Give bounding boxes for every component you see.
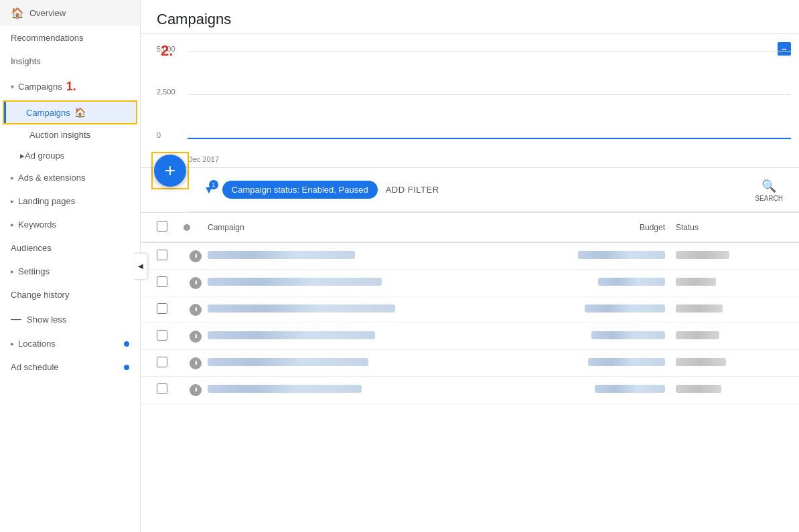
th-checkbox[interactable] — [157, 221, 184, 234]
sidebar-item-settings[interactable]: ▸ Settings — [0, 260, 140, 283]
table-container: Campaign Budget Status ⏸ ⏸ ⏸ — [141, 213, 799, 532]
row-budget-3[interactable] — [542, 304, 676, 315]
search-button[interactable]: 🔍 SEARCH — [755, 177, 783, 202]
sidebar-item-change-history-label: Change history — [11, 290, 69, 300]
sidebar-item-ad-schedule[interactable]: Ad schedule — [0, 355, 140, 379]
th-budget[interactable]: Budget — [542, 223, 676, 232]
sidebar-item-campaigns-sub-label: Campaigns — [26, 108, 70, 118]
budget-value-4 — [591, 331, 665, 339]
row-campaign-4[interactable] — [208, 331, 542, 341]
search-label: SEARCH — [755, 195, 783, 202]
sidebar-item-change-history[interactable]: Change history — [0, 283, 140, 306]
chevron-down-icon: ▾ — [11, 83, 14, 90]
sidebar-item-show-less[interactable]: — Show less — [0, 306, 140, 332]
table-row[interactable]: ⏸ — [141, 377, 799, 404]
grid-line-top — [188, 52, 791, 52]
sidebar-item-audiences[interactable]: Audiences — [0, 236, 140, 260]
sidebar-item-landing-pages[interactable]: ▸ Landing pages — [0, 189, 140, 213]
sidebar: 🏠 Overview Recommendations Insights ▾ Ca… — [0, 0, 141, 532]
row-checkbox-5[interactable] — [157, 357, 184, 369]
sidebar-item-campaigns-parent[interactable]: ▾ Campaigns 1. — [0, 73, 140, 100]
budget-value-2 — [598, 278, 665, 286]
row-campaign-1[interactable] — [208, 251, 542, 261]
sidebar-item-campaigns-sub[interactable]: Campaigns 🏠 — [4, 102, 136, 123]
add-filter-button[interactable]: ADD FILTER — [386, 185, 439, 195]
chevron-right-icon-settings: ▸ — [11, 268, 14, 275]
page-title: Campaigns — [157, 11, 783, 28]
filter-icon-container[interactable]: ▼ 1 — [204, 184, 214, 196]
row-checkbox-6[interactable] — [157, 383, 184, 396]
y-label-0: 0 — [157, 131, 161, 139]
row-checkbox-3[interactable] — [157, 303, 184, 316]
add-campaign-button[interactable]: + — [154, 155, 186, 187]
row-checkbox-1[interactable] — [157, 250, 184, 262]
sidebar-item-landing-pages-label: Landing pages — [18, 196, 75, 206]
sidebar-item-keywords-label: Keywords — [18, 219, 56, 230]
chevron-right-icon-kw: ▸ — [11, 221, 14, 228]
y-label-2500: 2,500 — [157, 88, 175, 96]
row-status-4 — [676, 331, 783, 341]
row-status-3 — [676, 304, 783, 315]
budget-value-3 — [585, 304, 665, 313]
row-checkbox-2[interactable] — [157, 276, 184, 289]
status-value-5 — [676, 358, 726, 366]
sidebar-item-auction-insights-label: Auction insights — [29, 130, 90, 140]
pause-icon-4: ⏸ — [190, 331, 202, 343]
row-campaign-5[interactable] — [208, 358, 542, 368]
sidebar-item-ad-groups[interactable]: ▸ Ad groups — [0, 145, 140, 166]
sidebar-item-insights-label: Insights — [11, 56, 41, 66]
home-icon: 🏠 — [11, 7, 24, 19]
sidebar-item-insights[interactable]: Insights — [0, 50, 140, 73]
row-budget-6[interactable] — [542, 385, 676, 395]
select-all-checkbox[interactable] — [157, 221, 167, 232]
sidebar-collapse-btn[interactable]: ◀ — [134, 253, 147, 280]
th-status[interactable]: Status — [676, 223, 783, 232]
campaign-name-4 — [208, 331, 375, 339]
locations-dot — [124, 341, 129, 347]
action-row: + ▼ 1 Campaign status: Enabled, Paused A… — [141, 168, 799, 213]
table-row[interactable]: ⏸ — [141, 296, 799, 323]
filter-chip[interactable]: Campaign status: Enabled, Paused — [222, 181, 378, 199]
row-status-2 — [676, 278, 783, 288]
table-row[interactable]: ⏸ — [141, 243, 799, 270]
row-status-icon-1: ⏸ — [184, 250, 208, 262]
grid-line-mid — [188, 94, 791, 95]
sidebar-item-ads-extensions[interactable]: ▸ Ads & extensions — [0, 166, 140, 189]
search-icon: 🔍 — [761, 179, 776, 193]
main-content: Campaigns – 5,000 2,500 0 Dec 2017 2. + — [141, 0, 799, 532]
row-campaign-2[interactable] — [208, 278, 542, 288]
sidebar-item-audiences-label: Audiences — [11, 243, 52, 253]
budget-value-5 — [588, 358, 665, 366]
chevron-right-icon-ads: ▸ — [11, 174, 14, 181]
sidebar-item-settings-label: Settings — [18, 266, 50, 276]
sidebar-item-locations[interactable]: ▸ Locations — [0, 332, 140, 355]
campaign-name-2 — [208, 278, 382, 286]
row-budget-4[interactable] — [542, 331, 676, 341]
row-checkbox-4[interactable] — [157, 330, 184, 343]
table-row[interactable]: ⏸ — [141, 323, 799, 350]
row-campaign-6[interactable] — [208, 385, 542, 395]
table-row[interactable]: ⏸ — [141, 270, 799, 296]
sidebar-item-keywords[interactable]: ▸ Keywords — [0, 213, 140, 236]
row-budget-2[interactable] — [542, 278, 676, 288]
row-status-1 — [676, 251, 783, 261]
th-campaign[interactable]: Campaign — [208, 223, 542, 232]
row-status-icon-4: ⏸ — [184, 331, 208, 343]
campaign-name-6 — [208, 385, 362, 393]
sidebar-item-locations-label: Locations — [18, 339, 56, 349]
sidebar-item-overview[interactable]: 🏠 Overview — [0, 0, 140, 26]
row-budget-5[interactable] — [542, 358, 676, 368]
sidebar-item-overview-label: Overview — [29, 8, 66, 18]
table-row[interactable]: ⏸ — [141, 350, 799, 377]
chevron-left-icon: ◀ — [138, 262, 143, 270]
minimize-icon: – — [782, 43, 787, 54]
sidebar-item-recommendations[interactable]: Recommendations — [0, 26, 140, 50]
minimize-button[interactable]: – — [778, 42, 791, 56]
row-campaign-3[interactable] — [208, 304, 542, 315]
step2-label: 2. — [161, 42, 173, 60]
row-status-6 — [676, 385, 783, 395]
ad-schedule-dot — [124, 365, 129, 370]
row-budget-1[interactable] — [542, 251, 676, 261]
pause-icon-1: ⏸ — [190, 250, 202, 262]
sidebar-item-auction-insights[interactable]: Auction insights — [0, 124, 140, 145]
